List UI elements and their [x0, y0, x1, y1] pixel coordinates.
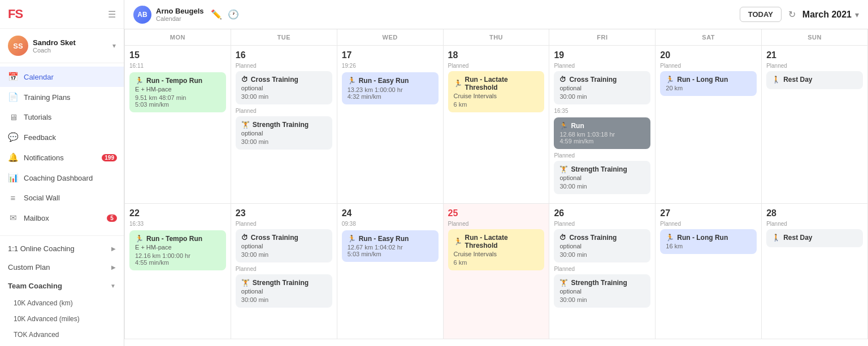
activity-card[interactable]: ⏱ Cross Training optional 30:00 min: [236, 71, 332, 104]
planned-label: Planned: [554, 63, 650, 69]
today-button[interactable]: TODAY: [740, 7, 782, 22]
day-number-today: 25: [448, 208, 545, 218]
calendar-area: MON TUE WED THU FRI SAT SUN 15 16:11 🏃 R…: [124, 29, 868, 346]
mailbox-icon: ✉: [8, 213, 18, 223]
activity-card[interactable]: 🚶 Rest Day: [766, 71, 863, 89]
card-stats: 12.67 km 1:04:02 hr5:03 min/km: [348, 244, 433, 257]
card-title: 🏃 Run - Long Run: [666, 234, 751, 242]
card-stats: 30:00 min: [559, 183, 645, 190]
sidebar-item-feedback[interactable]: 💬 Feedback: [0, 127, 124, 147]
card-title: 🏋 Strength Training: [241, 121, 327, 129]
day-header-sun: SUN: [762, 29, 868, 46]
card-title: 🏃 Run: [559, 122, 645, 130]
hamburger-icon[interactable]: ☰: [108, 9, 116, 20]
sidebar-item-label: Calendar: [24, 73, 54, 81]
social-wall-icon: ≡: [8, 193, 18, 203]
activity-card[interactable]: 🏃 Run - Lactate Threshold Cruise Interva…: [448, 71, 545, 112]
activity-card[interactable]: ⏱ Cross Training optional 30:00 min: [554, 71, 650, 104]
planned-label: Planned: [236, 63, 332, 69]
chevron-down-icon[interactable]: ▾: [112, 42, 116, 50]
time-stamp: 16:11: [129, 63, 226, 69]
day-cell-17: 17 19:26 🏃 Run - Easy Run 13.23 km 1:00:…: [337, 46, 444, 204]
sidebar-item-mailbox[interactable]: ✉ Mailbox 5: [0, 208, 124, 228]
sidebar-item-label: Mailbox: [24, 214, 49, 222]
day-cell-16: 16 Planned ⏱ Cross Training optional 30:…: [231, 46, 337, 204]
day-cell-28: 28 Planned 🚶 Rest Day: [762, 204, 868, 339]
day-cell-19: 19 Planned ⏱ Cross Training optional 30:…: [549, 46, 656, 204]
day-number: 16: [236, 50, 332, 60]
sidebar-item-custom-plan[interactable]: Custom Plan ▶: [0, 258, 124, 277]
sidebar-item-team-coaching[interactable]: Team Coaching ▼: [0, 277, 124, 295]
card-title: 🏃 Run - Long Run: [666, 76, 751, 84]
card-stats: 9.51 km 48:07 min5:03 min/km: [135, 94, 220, 108]
card-title: 🏃 Run - Tempo Run: [135, 77, 220, 85]
activity-card[interactable]: 🏃 Run - Tempo Run E + HM-pace 9.51 km 48…: [129, 72, 226, 112]
topbar-left: AB Arno Beugels Calendar ✏️ 🕐: [133, 6, 239, 24]
topbar: AB Arno Beugels Calendar ✏️ 🕐 TODAY ↻ Ma…: [124, 0, 868, 29]
card-stats: 30:00 min: [241, 296, 327, 303]
day-number: 21: [766, 50, 863, 60]
timer-icon: ⏱: [559, 76, 566, 84]
run-icon: 🏃: [454, 80, 462, 87]
planned-label-2: Planned: [236, 108, 332, 114]
subitem-10k-advanced-miles[interactable]: 10K Advanced (miles): [0, 311, 124, 327]
card-subtitle: optional: [241, 288, 327, 295]
profile-sub: Calendar: [156, 15, 204, 22]
activity-card-dark[interactable]: 🏃 Run 12.68 km 1:03:18 hr4:59 min/km: [554, 117, 650, 149]
activity-card-2[interactable]: 🏋 Strength Training optional 30:00 min: [554, 161, 650, 194]
run-icon: 🏃: [559, 122, 568, 130]
card-subtitle: Cruise Intervals: [454, 251, 539, 257]
activity-card[interactable]: 🏃 Run - Easy Run 13.23 km 1:00:00 hr4:32…: [342, 72, 439, 104]
profile-name: Arno Beugels: [156, 7, 204, 15]
card-stats: 30:00 min: [241, 251, 327, 258]
sidebar-item-online-coaching[interactable]: 1:1 Online Coaching ▶: [0, 239, 124, 258]
card-subtitle: E + HM-pace: [135, 86, 220, 93]
rest-icon: 🚶: [772, 76, 780, 84]
planned-label: Planned: [236, 221, 332, 227]
activity-card[interactable]: 🏃 Run - Easy Run 12.67 km 1:04:02 hr5:03…: [342, 230, 439, 262]
sidebar-item-notifications[interactable]: 🔔 Notifications 199: [0, 147, 124, 168]
sidebar-item-calendar[interactable]: 📅 Calendar: [0, 67, 124, 87]
edit-icon[interactable]: ✏️: [211, 9, 222, 20]
month-nav: March 2021 ▾: [802, 10, 859, 20]
card-title: 🚶 Rest Day: [772, 76, 857, 84]
card-subtitle: Cruise Intervals: [454, 93, 539, 99]
history-icon[interactable]: 🕐: [228, 9, 239, 20]
run-icon: 🏃: [454, 238, 462, 246]
profile-mini: AB Arno Beugels Calendar: [133, 6, 204, 24]
month-dropdown-icon[interactable]: ▾: [855, 10, 859, 19]
avatar: SS: [8, 36, 28, 56]
refresh-icon[interactable]: ↻: [788, 9, 796, 20]
activity-card-2[interactable]: 🏋 Strength Training optional 30:00 min: [554, 274, 650, 308]
card-subtitle: optional: [241, 85, 327, 91]
subitem-10k-advanced-km[interactable]: 10K Advanced (km): [0, 295, 124, 311]
activity-card-2[interactable]: 🏋 Strength Training optional 30:00 min: [236, 274, 332, 308]
card-subtitle: E + HM-pace: [135, 244, 220, 251]
card-stats: 6 km: [454, 101, 539, 108]
activity-card[interactable]: 🚶 Rest Day: [766, 229, 863, 247]
card-stats: 12.68 km 1:03:18 hr4:59 min/km: [559, 131, 645, 144]
activity-card[interactable]: 🏃 Run - Long Run 16 km: [660, 229, 757, 254]
sidebar-item-training-plans[interactable]: 📄 Training Plans: [0, 87, 124, 107]
activity-card-2[interactable]: 🏋 Strength Training optional 30:00 min: [236, 116, 332, 150]
rest-icon: 🚶: [772, 234, 780, 242]
subitem-tok-advanced[interactable]: TOK Advanced: [0, 327, 124, 343]
activity-card[interactable]: 🏃 Run - Lactate Threshold Cruise Interva…: [448, 229, 545, 270]
planned-label: Planned: [448, 221, 545, 227]
card-title: 🏃 Run - Easy Run: [348, 77, 433, 85]
strength-icon: 🏋: [241, 279, 250, 287]
sidebar-item-tutorials[interactable]: 🖥 Tutorials: [0, 107, 124, 127]
run-icon: 🏃: [135, 235, 144, 243]
card-stats: 30:00 min: [559, 93, 645, 100]
user-avatar-area: SS Sandro Sket Coach: [8, 36, 76, 56]
time-stamp: 09:38: [342, 221, 439, 227]
activity-card[interactable]: 🏃 Run - Tempo Run E + HM-pace 12.16 km 1…: [129, 230, 226, 270]
activity-card[interactable]: ⏱ Cross Training optional 30:00 min: [236, 229, 332, 262]
card-title: 🏃 Run - Tempo Run: [135, 235, 220, 243]
sidebar-item-social-wall[interactable]: ≡ Social Wall: [0, 188, 124, 208]
sidebar-item-coaching-dashboard[interactable]: 📊 Coaching Dashboard: [0, 168, 124, 188]
activity-card[interactable]: 🏃 Run - Long Run 20 km: [660, 71, 757, 96]
activity-card[interactable]: ⏱ Cross Training optional 30:00 min: [554, 229, 650, 262]
card-stats: 6 km: [454, 259, 539, 266]
team-coaching-label: Team Coaching: [8, 282, 62, 290]
